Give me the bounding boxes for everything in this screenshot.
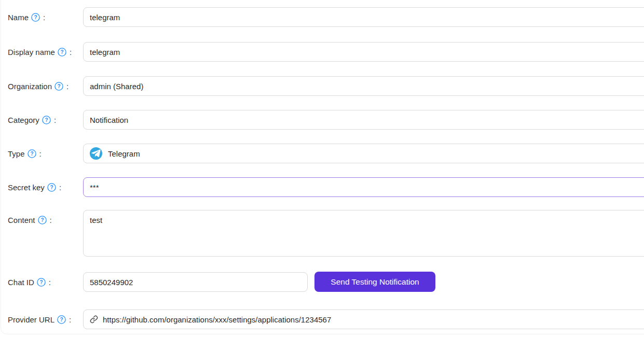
help-icon[interactable]: ? <box>54 82 63 91</box>
display-name-input[interactable] <box>83 42 644 62</box>
link-icon <box>90 315 98 323</box>
help-icon[interactable]: ? <box>42 116 51 124</box>
help-icon[interactable]: ? <box>38 216 47 224</box>
svg-text:?: ? <box>58 83 61 89</box>
category-select[interactable]: Notification <box>83 110 644 130</box>
help-icon[interactable]: ? <box>58 48 66 57</box>
provider-url-field[interactable] <box>83 309 644 329</box>
svg-text:?: ? <box>50 185 53 190</box>
secret-key-label: Secret key ? : <box>8 177 61 197</box>
type-label: Type ? : <box>8 144 42 163</box>
svg-text:?: ? <box>40 217 44 223</box>
content-textarea[interactable]: test <box>83 210 644 257</box>
organization-label: Organization ? : <box>8 76 68 96</box>
category-label: Category ? : <box>8 110 56 130</box>
svg-text:?: ? <box>34 15 37 20</box>
help-icon[interactable]: ? <box>47 183 56 192</box>
name-label: Name ? : <box>8 7 45 27</box>
organization-select[interactable]: admin (Shared) <box>83 76 644 96</box>
chat-id-input[interactable] <box>83 272 308 292</box>
telegram-icon <box>90 147 102 160</box>
provider-url-input[interactable] <box>103 315 644 324</box>
help-icon[interactable]: ? <box>57 315 66 324</box>
secret-key-input[interactable] <box>83 177 644 197</box>
provider-url-label: Provider URL ? : <box>8 309 71 329</box>
svg-text:?: ? <box>30 151 33 157</box>
svg-text:?: ? <box>60 49 63 55</box>
display-name-label: Display name ? : <box>8 42 72 62</box>
help-icon[interactable]: ? <box>28 149 36 158</box>
type-select[interactable]: Telegram <box>83 144 644 163</box>
help-icon[interactable]: ? <box>31 13 40 22</box>
help-icon[interactable]: ? <box>37 278 46 287</box>
svg-text:?: ? <box>45 117 48 123</box>
content-label: Content ? : <box>8 210 52 230</box>
chat-id-label: Chat ID ? : <box>8 272 51 292</box>
send-testing-notification-button[interactable]: Send Testing Notification <box>314 272 435 292</box>
name-input[interactable] <box>83 7 644 27</box>
svg-text:?: ? <box>60 317 63 322</box>
svg-text:?: ? <box>39 279 43 285</box>
